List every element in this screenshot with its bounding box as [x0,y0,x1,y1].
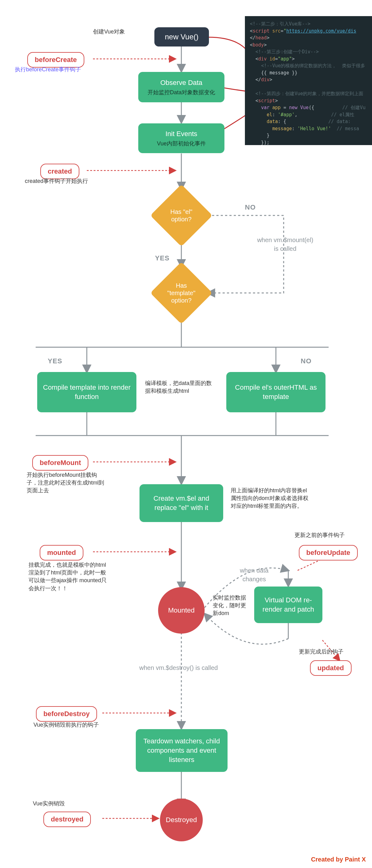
code-comment-bind: <!--Vue的模板的绑定数据的方法， 类似于很多 [261,63,365,68]
label-no-1: NO [245,204,256,211]
node-init-events-sub: Vue内部初始化事件 [157,140,206,147]
node-mounted-state-label: Mounted [168,607,195,614]
node-observe-data-title: Observe Data [160,78,203,87]
hook-mounted: mounted [40,545,83,560]
note-beforeupdate: 更新之前的事件钩子 [294,531,345,539]
node-create-vm-el-label: Create vm.$el and replace "el" with it [145,494,218,512]
code-cm-el: // el属性 [331,112,354,118]
note-create-vm-el: 用上面编译好的html内容替换el属性指向的dom对象或者选择权对应的html标… [230,487,311,510]
code-comment-step4: <!--第四步：创建Vue的对象，并把数据绑定到上面 [255,91,363,96]
hook-created-label: created [48,167,72,176]
hook-updated-label: updated [317,664,344,672]
node-compile-el: Compile el's outerHTML as template [226,372,326,412]
flowchart-canvas: 创建Vue对象 new Vue() beforeCreate 执行beforeC… [0,0,372,868]
node-init-events: Init Events Vue内部初始化事件 [138,123,224,153]
label-no-2: NO [301,357,312,365]
label-yes-2: YES [48,357,62,365]
node-compile-template-label: Compile template into render function [43,383,131,401]
code-snippet-panel: <!--第二步：引入Vue库--> <script src="https://u… [245,16,372,145]
node-has-template-option-label: Has "template" option? [155,267,208,319]
note-mounted: 挂载完成，也就是模板中的html渲染到了html页面中，此时一般可以做一些aja… [29,561,109,592]
code-cm-data: // data: [328,119,351,124]
note-data-changes: when data changes [229,566,279,583]
hook-beforeupdate-label: beforeUpdate [306,549,350,557]
hook-mounted-label: mounted [47,549,76,557]
hook-created: created [40,164,80,179]
node-create-vm-el: Create vm.$el and replace "el" with it [140,484,223,522]
code-cm-msg: // messa [337,126,359,131]
code-div-id: app [281,56,289,62]
node-compile-template: Compile template into render function [37,372,136,412]
node-observe-data-sub: 开始监控Data对象数据变化 [148,89,215,96]
hook-beforedestroy-label: beforeDestroy [43,710,90,718]
node-init-events-title: Init Events [165,129,197,138]
code-el-selector: #app [281,112,292,118]
note-beforecreate: 执行beforeCreate事件钩子 [15,66,81,73]
note-mount-wait: when vm.$mount(el) is called [254,236,316,253]
hook-beforecreate-label: beforeCreate [35,56,77,64]
hook-beforemount-label: beforeMount [40,459,81,467]
node-has-el-option-label: Has "el" option? [155,189,208,242]
code-comment-step3: <!--第三步:创建一个Div--> [255,49,319,55]
hook-beforeupdate: beforeUpdate [299,545,358,560]
code-comment-step2: <!--第二步：引入Vue库--> [250,21,310,27]
note-create-vue-object: 创建Vue对象 [93,28,125,36]
note-beforemount: 开始执行beforeMount挂载钩子，注意此时还没有生成html到页面上去 [27,471,107,495]
node-has-el-option: Has "el" option? [155,189,208,242]
code-cm-create: // 创建Vu [342,105,366,111]
hook-beforecreate: beforeCreate [27,52,84,68]
node-destroyed-state-label: Destroyed [166,816,197,824]
node-new-vue-label: new Vue() [165,33,199,41]
node-teardown-label: Teardown watchers, child components and … [142,737,222,764]
code-mustache: {{ message }} [261,70,297,75]
hook-destroyed: destroyed [43,812,91,827]
footer-credit: Created by Paint X [311,856,366,863]
note-updated: 更新完成后的钩子 [299,648,343,656]
note-destroy-wait: when vm.$destroy() is called [138,663,219,672]
code-message-value: Hello Vue! [300,126,328,131]
hook-beforedestroy: beforeDestroy [36,706,97,722]
note-compile-template: 编译模板，把data里面的数据和模板生成html [145,379,213,395]
node-has-template-option: Has "template" option? [155,267,208,319]
node-new-vue: new Vue() [154,27,209,46]
node-virtual-dom-label: Virtual DOM re-render and patch [260,595,317,614]
code-cdn-url: https://unpkg.com/vue/dis [286,28,356,34]
note-realtime-dom: 实时监控数据变化，随时更新dom [213,594,250,618]
hook-beforemount: beforeMount [32,455,88,471]
note-beforedestroy: Vue实例销毁前执行的钩子 [33,721,99,729]
hook-destroyed-label: destroyed [51,815,83,824]
note-created: created事件钩子开始执行 [25,177,88,185]
label-yes-1: YES [155,254,169,262]
hook-updated: updated [310,660,351,676]
node-mounted-state: Mounted [158,587,205,633]
node-teardown: Teardown watchers, child components and … [136,729,227,772]
code-new-vue: new Vue [289,105,308,111]
note-destroyed: Vue实例销毁 [33,800,65,808]
node-compile-el-label: Compile el's outerHTML as template [232,383,320,401]
node-virtual-dom: Virtual DOM re-render and patch [254,587,322,623]
node-destroyed-state: Destroyed [160,799,203,841]
node-observe-data: Observe Data 开始监控Data对象数据变化 [138,72,224,102]
